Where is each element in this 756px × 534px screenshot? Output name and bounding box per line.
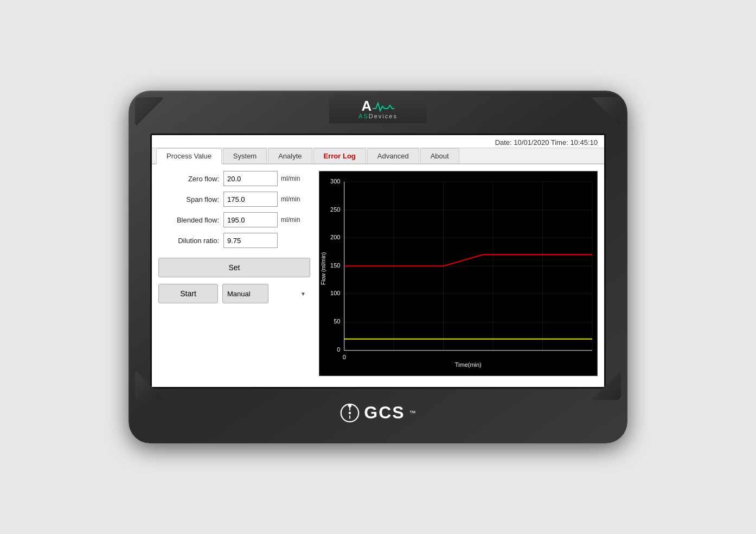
blended-flow-row: Blended flow: ml/min <box>158 212 310 227</box>
span-flow-label: Span flow: <box>158 195 223 204</box>
device-screen: Date: 10/01/2020 Time: 10:45:10 Process … <box>150 134 606 389</box>
span-flow-row: Span flow: ml/min <box>158 192 310 207</box>
brand-logo: A AS Devices <box>358 99 398 119</box>
span-flow-unit: ml/min <box>281 195 300 203</box>
logo-waveform-icon <box>373 101 394 113</box>
dilution-ratio-label: Dilution ratio: <box>158 237 223 245</box>
tab-error-log[interactable]: Error Log <box>313 148 366 163</box>
blended-flow-input[interactable] <box>223 212 278 227</box>
y-label-150: 150 <box>330 262 340 269</box>
device-frame: A AS Devices Date: 10/01/2020 Time: 10:4… <box>129 91 627 443</box>
x-axis-title: Time(min) <box>455 361 482 368</box>
zero-flow-row: Zero flow: ml/min <box>158 171 310 186</box>
dilution-ratio-input[interactable] <box>223 233 278 248</box>
tab-about[interactable]: About <box>420 148 459 163</box>
mode-select-wrapper: Manual Auto Schedule ▼ <box>222 284 310 303</box>
gcs-trademark: ™ <box>409 409 416 417</box>
tab-analyte[interactable]: Analyte <box>268 148 312 163</box>
svg-point-17 <box>349 411 351 414</box>
y-label-300: 300 <box>330 178 340 185</box>
logo-bump: A AS Devices <box>329 95 427 123</box>
tabs-row: Process Value System Analyte Error Log A… <box>152 148 604 164</box>
mode-select[interactable]: Manual Auto Schedule <box>222 284 268 303</box>
set-button[interactable]: Set <box>158 258 310 277</box>
y-label-0: 0 <box>337 347 340 353</box>
gcs-logo-icon <box>340 403 360 423</box>
screen-header: Date: 10/01/2020 Time: 10:45:10 <box>152 135 604 148</box>
chart-area: 300 250 200 150 100 50 0 0 Flow (ml/min)… <box>319 171 598 376</box>
x-label-0: 0 <box>343 354 346 361</box>
select-arrow-icon: ▼ <box>300 291 306 297</box>
svg-rect-0 <box>319 177 597 371</box>
blended-flow-unit: ml/min <box>281 216 300 224</box>
gcs-logo: GCS ™ <box>340 403 415 423</box>
blended-flow-label: Blended flow: <box>158 216 223 224</box>
device-top: A AS Devices <box>138 100 618 131</box>
y-label-200: 200 <box>330 234 340 240</box>
tab-advanced[interactable]: Advanced <box>367 148 419 163</box>
y-label-100: 100 <box>330 290 340 297</box>
gcs-label-text: GCS <box>364 403 405 423</box>
zero-flow-input[interactable] <box>223 171 278 186</box>
device-bottom: GCS ™ <box>138 392 618 434</box>
screen-content: Zero flow: ml/min Span flow: ml/min Blen… <box>152 164 604 383</box>
chart-svg: 300 250 200 150 100 50 0 0 Flow (ml/min)… <box>319 171 597 376</box>
span-flow-input[interactable] <box>223 192 278 207</box>
y-axis-title: Flow (ml/min) <box>321 252 326 285</box>
left-panel: Zero flow: ml/min Span flow: ml/min Blen… <box>158 171 310 376</box>
logo-as-text: A <box>362 99 395 113</box>
y-label-50: 50 <box>334 319 340 325</box>
zero-flow-label: Zero flow: <box>158 175 223 183</box>
logo-a-letter: A <box>362 99 372 113</box>
datetime-display: Date: 10/01/2020 Time: 10:45:10 <box>493 137 600 148</box>
dilution-ratio-row: Dilution ratio: <box>158 233 310 248</box>
logo-devices-text: AS Devices <box>358 113 398 119</box>
y-label-250: 250 <box>330 206 340 213</box>
bottom-controls: Start Manual Auto Schedule ▼ <box>158 284 310 303</box>
start-button[interactable]: Start <box>158 284 218 303</box>
svg-point-20 <box>348 404 351 407</box>
tab-process-value[interactable]: Process Value <box>156 148 222 164</box>
tab-system[interactable]: System <box>223 148 267 163</box>
zero-flow-unit: ml/min <box>281 175 300 182</box>
